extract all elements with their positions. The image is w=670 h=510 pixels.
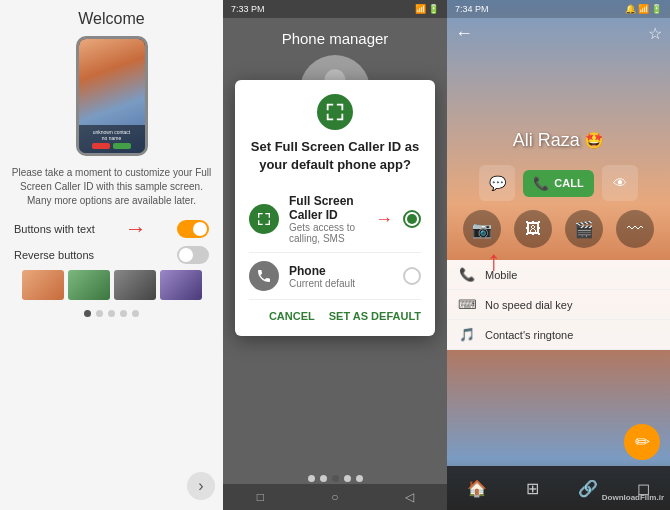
cancel-button[interactable]: CANCEL xyxy=(269,310,315,322)
ringtone-list-item[interactable]: 🎵 Contact's ringtone xyxy=(447,320,670,350)
wifi-icon-p3: 📶 xyxy=(638,4,649,14)
view-action-btn[interactable]: 👁 xyxy=(602,165,638,201)
dialog-option-fullscreen[interactable]: Full Screen Caller ID Gets access to cal… xyxy=(249,186,421,253)
dialog-app-icon xyxy=(317,94,353,130)
dialog-actions: CANCEL SET AS DEFAULT xyxy=(249,310,421,322)
page-dots-panel2 xyxy=(308,475,363,482)
buttons-with-text-toggle[interactable] xyxy=(177,220,209,238)
mobile-icon: 📞 xyxy=(457,267,477,282)
status-icons-panel3: 🔔 📶 🔋 xyxy=(625,4,662,14)
dot-p2-3 xyxy=(332,475,339,482)
fullscreen-option-text: Full Screen Caller ID Gets access to cal… xyxy=(289,194,365,244)
speed-dial-icon: ⌨ xyxy=(457,297,477,312)
reverse-buttons-label: Reverse buttons xyxy=(14,249,94,261)
star-icon[interactable]: ☆ xyxy=(648,24,662,43)
camera-icon[interactable]: 📷 xyxy=(463,210,501,248)
red-arrow-indicator: ↑ xyxy=(487,245,501,277)
arrow-right-icon: → xyxy=(125,218,147,240)
radio-selected-indicator xyxy=(407,214,417,224)
time-panel3: 7:34 PM xyxy=(455,4,489,14)
call-action-btn[interactable]: 📞 CALL xyxy=(523,170,593,197)
phone-contact-text: unknown contactno name xyxy=(93,129,131,141)
default-app-dialog: Set Full Screen Caller ID as your defaul… xyxy=(235,80,435,336)
dialog-title: Set Full Screen Caller ID as your defaul… xyxy=(249,138,421,174)
back-arrow-icon[interactable]: ← xyxy=(455,23,473,44)
theme-thumb-2[interactable] xyxy=(68,270,110,300)
recents-btn-p2[interactable]: ◁ xyxy=(400,487,420,507)
phone-app-icon xyxy=(249,261,279,291)
ringtone-icon: 🎵 xyxy=(457,327,477,342)
fullscreen-icon xyxy=(324,101,346,123)
phone-icon xyxy=(256,268,272,284)
theme-thumb-3[interactable] xyxy=(114,270,156,300)
bottom-nav-panel2: □ ○ ◁ xyxy=(223,484,447,510)
wifi-icon: 📶 xyxy=(415,4,426,14)
caller-screen-panel: 7:34 PM 🔔 📶 🔋 ← ☆ Ali Raza 🤩 💬 📞 CALL 👁 … xyxy=(447,0,670,510)
buttons-with-text-row: Buttons with text → xyxy=(10,218,213,240)
phone-screen: unknown contactno name xyxy=(79,39,145,153)
dot-p2-4 xyxy=(344,475,351,482)
fullscreen-caller-icon xyxy=(249,204,279,234)
message-action-btn[interactable]: 💬 xyxy=(479,165,515,201)
buttons-with-text-label: Buttons with text xyxy=(14,223,95,235)
theme-thumbnails xyxy=(22,270,202,300)
dot-3 xyxy=(108,310,115,317)
mobile-list-item[interactable]: 📞 Mobile xyxy=(447,260,670,290)
welcome-panel: Welcome unknown contactno name Please ta… xyxy=(0,0,223,510)
next-arrow-button[interactable]: › xyxy=(187,472,215,500)
dot-4 xyxy=(120,310,127,317)
home-btn-p2[interactable]: □ xyxy=(250,487,270,507)
time-panel2: 7:33 PM xyxy=(231,4,265,14)
theme-thumb-1[interactable] xyxy=(22,270,64,300)
caller-emoji: 🤩 xyxy=(584,132,604,149)
battery-icon: 🔋 xyxy=(428,4,439,14)
video-icon[interactable]: 🎬 xyxy=(565,210,603,248)
caller-action-row: 💬 📞 CALL 👁 xyxy=(447,165,670,201)
ringtone-label: Contact's ringtone xyxy=(485,329,573,341)
phone-accept-btn xyxy=(113,143,131,149)
wave-icon[interactable]: 〰 xyxy=(616,210,654,248)
dot-5 xyxy=(132,310,139,317)
edit-fab-button[interactable]: ✏ xyxy=(624,424,660,460)
watermark: DownloadFilm.ir xyxy=(602,493,664,502)
back-btn-p2[interactable]: ○ xyxy=(325,487,345,507)
contact-options-list: 📞 Mobile ⌨ No speed dial key 🎵 Contact's… xyxy=(447,260,670,350)
media-icons-row: 📷 🖼 🎬 〰 xyxy=(447,210,670,248)
phone-option-text: Phone Current default xyxy=(289,264,393,289)
bottom-nav-panel3: 🏠 ⊞ 🔗 ◻ xyxy=(447,466,670,510)
phone-option-sub: Current default xyxy=(289,278,393,289)
phone-screen-overlay: unknown contactno name xyxy=(79,125,145,153)
battery-icon-p3: 🔋 xyxy=(651,4,662,14)
welcome-description: Please take a moment to customize your F… xyxy=(10,166,213,208)
phone-manager-panel: 7:33 PM 📶 🔋 Phone manager Set Full Scree… xyxy=(223,0,447,510)
speed-dial-list-item[interactable]: ⌨ No speed dial key xyxy=(447,290,670,320)
home-btn-p3[interactable]: 🏠 xyxy=(467,479,487,498)
phone-radio[interactable] xyxy=(403,267,421,285)
statusbar-panel3: 7:34 PM 🔔 📶 🔋 xyxy=(447,0,670,18)
dot-2 xyxy=(96,310,103,317)
grid-btn-p3[interactable]: ⊞ xyxy=(526,479,539,498)
dialog-option-phone[interactable]: Phone Current default xyxy=(249,253,421,300)
fullscreen-option-name: Full Screen Caller ID xyxy=(289,194,365,222)
phone-option-name: Phone xyxy=(289,264,393,278)
phone-call-icon: 📞 xyxy=(533,176,549,191)
gallery-icon[interactable]: 🖼 xyxy=(514,210,552,248)
welcome-title: Welcome xyxy=(78,10,144,28)
fullscreen-option-sub: Gets access to calling, SMS xyxy=(289,222,365,244)
speed-dial-label: No speed dial key xyxy=(485,299,572,311)
caller-name: Ali Raza xyxy=(513,130,580,150)
status-icons-panel2: 📶 🔋 xyxy=(415,4,439,14)
set-default-button[interactable]: SET AS DEFAULT xyxy=(329,310,421,322)
share-btn-p3[interactable]: 🔗 xyxy=(578,479,598,498)
fullscreen-radio[interactable] xyxy=(403,210,421,228)
caller-name-area: Ali Raza 🤩 xyxy=(447,130,670,151)
reverse-buttons-row: Reverse buttons xyxy=(10,246,213,264)
theme-thumb-4[interactable] xyxy=(160,270,202,300)
dialog-arrow-icon: → xyxy=(375,209,393,230)
reverse-buttons-toggle[interactable] xyxy=(177,246,209,264)
notification-icon: 🔔 xyxy=(625,4,636,14)
panel3-topbar: ← ☆ xyxy=(447,18,670,48)
statusbar-panel2: 7:33 PM 📶 🔋 xyxy=(223,0,447,18)
phone-reject-btn xyxy=(92,143,110,149)
call-label: CALL xyxy=(554,177,583,189)
